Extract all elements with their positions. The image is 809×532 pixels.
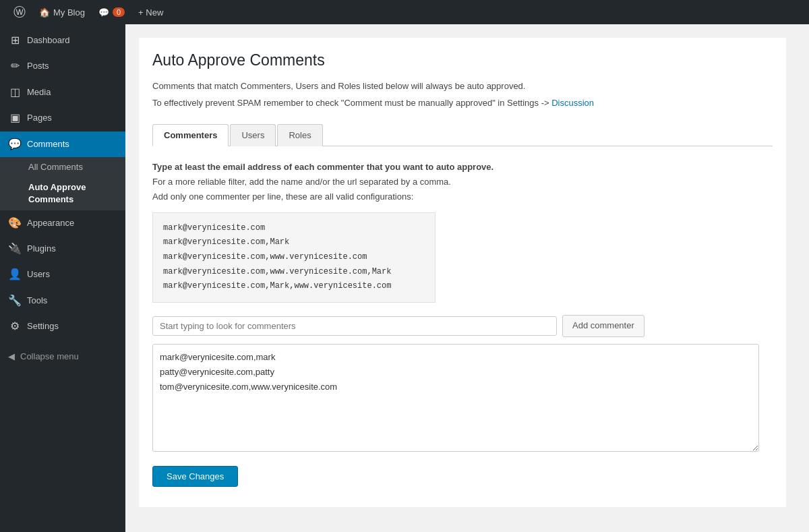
sidebar-label-dashboard: Dashboard bbox=[27, 34, 70, 47]
submenu-all-comments[interactable]: All Comments bbox=[0, 157, 125, 177]
tab-navigation: Commenters Users Roles bbox=[152, 124, 773, 146]
submenu-auto-approve[interactable]: Auto Approve Comments bbox=[0, 177, 125, 210]
sidebar-item-media[interactable]: ◫ Media bbox=[0, 80, 125, 105]
comments-submenu: All Comments Auto Approve Comments bbox=[0, 157, 125, 210]
collapse-icon: ◀ bbox=[8, 351, 15, 361]
page-title: Auto Approve Comments bbox=[152, 51, 773, 69]
save-changes-button[interactable]: Save Changes bbox=[152, 466, 238, 487]
adminbar-site[interactable]: 🏠 My Blog bbox=[32, 0, 92, 24]
code-example-3: mark@verynicesite.com,www.verynicesite.c… bbox=[163, 250, 425, 265]
admin-bar: ⓦ 🏠 My Blog 💬 0 + New bbox=[0, 0, 809, 24]
code-example-1: mark@verynicesite.com bbox=[163, 221, 425, 236]
dashboard-icon: ⊞ bbox=[8, 33, 22, 48]
all-comments-label: All Comments bbox=[28, 161, 83, 173]
site-name: My Blog bbox=[53, 7, 85, 18]
media-icon: ◫ bbox=[8, 85, 22, 100]
tab-content-commenters: Type at least the email address of each … bbox=[152, 146, 773, 494]
comments-count: 0 bbox=[113, 7, 125, 17]
content-wrap: Auto Approve Comments Comments that matc… bbox=[139, 38, 786, 507]
sidebar-item-appearance[interactable]: 🎨 Appearance bbox=[0, 210, 125, 236]
sidebar-item-plugins[interactable]: 🔌 Plugins bbox=[0, 236, 125, 262]
code-example-2: mark@verynicesite.com,Mark bbox=[163, 235, 425, 250]
users-icon: 👤 bbox=[8, 267, 22, 282]
code-example-5: mark@verynicesite.com,Mark,www.verynices… bbox=[163, 279, 425, 294]
description-line1: Comments that match Commenters, Users an… bbox=[152, 80, 773, 94]
tab-roles[interactable]: Roles bbox=[277, 124, 322, 146]
adminbar-comments[interactable]: 💬 0 bbox=[92, 0, 131, 24]
sidebar: ⊞ Dashboard ✏ Posts ◫ Media ▣ Pages 💬 Co… bbox=[0, 24, 125, 532]
settings-icon: ⚙ bbox=[8, 319, 22, 334]
sidebar-label-users: Users bbox=[27, 268, 50, 280]
home-icon: 🏠 bbox=[39, 7, 50, 18]
posts-icon: ✏ bbox=[8, 59, 22, 73]
collapse-label: Collapse menu bbox=[20, 351, 79, 361]
collapse-menu[interactable]: ◀ Collapse menu bbox=[0, 346, 125, 367]
sidebar-item-comments[interactable]: 💬 Comments bbox=[0, 131, 125, 157]
sidebar-item-dashboard[interactable]: ⊞ Dashboard bbox=[0, 28, 125, 53]
instructions: Type at least the email address of each … bbox=[152, 160, 773, 204]
sidebar-label-plugins: Plugins bbox=[27, 243, 56, 255]
tools-icon: 🔧 bbox=[8, 293, 22, 308]
new-label: + New bbox=[138, 7, 163, 18]
sidebar-label-comments: Comments bbox=[27, 138, 69, 150]
commenters-textarea[interactable]: mark@verynicesite.com,mark patty@verynic… bbox=[152, 344, 759, 452]
sidebar-label-tools: Tools bbox=[27, 295, 47, 307]
sidebar-item-users[interactable]: 👤 Users bbox=[0, 262, 125, 287]
instructions-bold: Type at least the email address of each … bbox=[152, 162, 493, 172]
auto-approve-label: Auto Approve Comments bbox=[28, 181, 117, 206]
instructions-line2: Add only one commenter per line, these a… bbox=[152, 191, 413, 202]
wp-logo-icon[interactable]: ⓦ bbox=[7, 4, 32, 20]
comments-icon: 💬 bbox=[98, 7, 109, 18]
add-commenter-button[interactable]: Add commenter bbox=[562, 315, 645, 337]
code-examples-box: mark@verynicesite.com mark@verynicesite.… bbox=[152, 212, 436, 303]
sidebar-label-settings: Settings bbox=[27, 320, 59, 332]
discussion-link[interactable]: Discussion bbox=[551, 98, 594, 108]
sidebar-item-settings[interactable]: ⚙ Settings bbox=[0, 314, 125, 339]
appearance-icon: 🎨 bbox=[8, 216, 22, 231]
sidebar-label-appearance: Appearance bbox=[27, 217, 74, 229]
instructions-line1: For a more reliable filter, add the name… bbox=[152, 177, 451, 187]
sidebar-label-media: Media bbox=[27, 86, 51, 98]
comments-menu-icon: 💬 bbox=[8, 137, 22, 152]
tab-users[interactable]: Users bbox=[230, 124, 276, 146]
sidebar-label-posts: Posts bbox=[27, 60, 49, 72]
pages-icon: ▣ bbox=[8, 111, 22, 125]
sidebar-item-tools[interactable]: 🔧 Tools bbox=[0, 288, 125, 314]
main-content: Auto Approve Comments Comments that matc… bbox=[125, 24, 809, 532]
add-commenter-row: Add commenter bbox=[152, 315, 773, 337]
code-example-4: mark@verynicesite.com,www.verynicesite.c… bbox=[163, 265, 425, 280]
sidebar-item-pages[interactable]: ▣ Pages bbox=[0, 105, 125, 131]
sidebar-item-posts[interactable]: ✏ Posts bbox=[0, 53, 125, 79]
sidebar-label-pages: Pages bbox=[27, 112, 52, 124]
tab-commenters[interactable]: Commenters bbox=[152, 124, 229, 146]
description-line2: To effectively prevent SPAM remember to … bbox=[152, 96, 773, 111]
plugins-icon: 🔌 bbox=[8, 241, 22, 256]
search-commenter-input[interactable] bbox=[152, 316, 557, 336]
adminbar-new[interactable]: + New bbox=[131, 0, 170, 24]
